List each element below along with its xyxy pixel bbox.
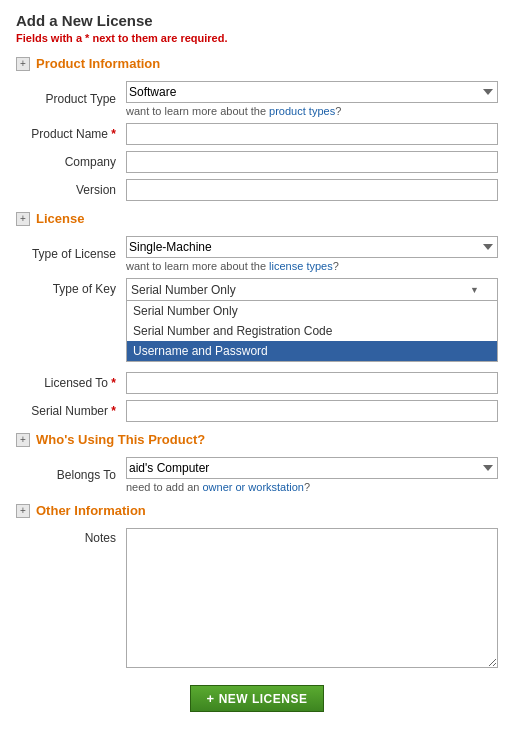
other-information-section: + Other Information Notes xyxy=(16,503,498,671)
other-section-title: Other Information xyxy=(36,503,146,518)
key-option-serial-only[interactable]: Serial Number Only xyxy=(127,301,497,321)
product-type-select[interactable]: Software Hardware Other xyxy=(126,81,498,103)
new-license-button[interactable]: + NEW LICENSE xyxy=(190,685,325,712)
who-using-section-header[interactable]: + Who's Using This Product? xyxy=(16,432,498,447)
license-section: + License Type of License Single-Machine… xyxy=(16,211,498,422)
company-row: Company xyxy=(16,151,498,173)
product-type-input-wrap: Software Hardware Other want to learn mo… xyxy=(126,81,498,117)
new-license-plus: + xyxy=(207,691,215,706)
type-of-license-label: Type of License xyxy=(16,247,126,261)
product-types-link[interactable]: product types xyxy=(269,105,335,117)
licensed-to-input-wrap xyxy=(126,372,498,394)
licensed-to-label: Licensed To * xyxy=(16,376,126,390)
product-name-row: Product Name * xyxy=(16,123,498,145)
company-input-wrap xyxy=(126,151,498,173)
type-of-key-input-wrap: Serial Number Only ▼ Serial Number Only … xyxy=(126,278,498,300)
type-of-key-dropdown-wrap[interactable]: Serial Number Only ▼ Serial Number Only … xyxy=(126,278,498,300)
license-section-header[interactable]: + License xyxy=(16,211,498,226)
license-types-link[interactable]: license types xyxy=(269,260,333,272)
company-label: Company xyxy=(16,155,126,169)
type-of-key-current: Serial Number Only xyxy=(131,283,236,297)
version-input-wrap xyxy=(126,179,498,201)
type-of-key-label: Type of Key xyxy=(16,282,126,296)
licensed-to-input[interactable] xyxy=(126,372,498,394)
version-label: Version xyxy=(16,183,126,197)
product-name-label: Product Name * xyxy=(16,127,126,141)
notes-label: Notes xyxy=(16,528,126,545)
license-expand-icon[interactable]: + xyxy=(16,212,30,226)
belongs-to-select[interactable]: aid's Computer xyxy=(126,457,498,479)
required-note: Fields with a * next to them are require… xyxy=(16,32,498,44)
license-section-title: License xyxy=(36,211,84,226)
submit-wrap: + NEW LICENSE xyxy=(16,685,498,728)
serial-number-input-wrap xyxy=(126,400,498,422)
serial-number-label: Serial Number * xyxy=(16,404,126,418)
product-type-label: Product Type xyxy=(16,92,126,106)
version-input[interactable] xyxy=(126,179,498,201)
required-note-text1: Fields with a xyxy=(16,32,85,44)
notes-row: Notes xyxy=(16,528,498,671)
serial-number-row: Serial Number * xyxy=(16,400,498,422)
product-expand-icon[interactable]: + xyxy=(16,57,30,71)
owner-workstation-link[interactable]: owner or workstation xyxy=(202,481,304,493)
type-of-key-display[interactable]: Serial Number Only ▼ xyxy=(126,278,498,300)
type-of-license-select[interactable]: Single-Machine Multi-Machine Concurrent … xyxy=(126,236,498,258)
serial-number-input[interactable] xyxy=(126,400,498,422)
product-type-hint: want to learn more about the product typ… xyxy=(126,105,498,117)
product-name-input[interactable] xyxy=(126,123,498,145)
key-option-serial-reg[interactable]: Serial Number and Registration Code xyxy=(127,321,497,341)
product-information-section: + Product Information Product Type Softw… xyxy=(16,56,498,201)
new-license-label: NEW LICENSE xyxy=(219,692,308,706)
version-row: Version xyxy=(16,179,498,201)
company-input[interactable] xyxy=(126,151,498,173)
belongs-to-row: Belongs To aid's Computer need to add an… xyxy=(16,457,498,493)
who-using-expand-icon[interactable]: + xyxy=(16,433,30,447)
belongs-to-input-wrap: aid's Computer need to add an owner or w… xyxy=(126,457,498,493)
page-title: Add a New License xyxy=(16,12,498,29)
license-type-hint: want to learn more about the license typ… xyxy=(126,260,498,272)
notes-input-wrap xyxy=(126,528,498,671)
other-expand-icon[interactable]: + xyxy=(16,504,30,518)
who-using-section-title: Who's Using This Product? xyxy=(36,432,205,447)
who-using-section: + Who's Using This Product? Belongs To a… xyxy=(16,432,498,493)
product-name-input-wrap xyxy=(126,123,498,145)
type-of-key-dropdown-list: Serial Number Only Serial Number and Reg… xyxy=(126,300,498,362)
key-option-username-password[interactable]: Username and Password xyxy=(127,341,497,361)
type-of-license-row: Type of License Single-Machine Multi-Mac… xyxy=(16,236,498,272)
notes-textarea[interactable] xyxy=(126,528,498,668)
required-note-text2: next to them are required. xyxy=(89,32,227,44)
product-section-header[interactable]: + Product Information xyxy=(16,56,498,71)
type-of-key-row: Type of Key Serial Number Only ▼ Serial … xyxy=(16,278,498,300)
product-type-row: Product Type Software Hardware Other wan… xyxy=(16,81,498,117)
belongs-to-label: Belongs To xyxy=(16,468,126,482)
other-section-header[interactable]: + Other Information xyxy=(16,503,498,518)
belongs-to-hint: need to add an owner or workstation? xyxy=(126,481,498,493)
product-section-title: Product Information xyxy=(36,56,160,71)
dropdown-arrow-icon: ▼ xyxy=(470,285,479,295)
licensed-to-row: Licensed To * xyxy=(16,372,498,394)
type-of-license-input-wrap: Single-Machine Multi-Machine Concurrent … xyxy=(126,236,498,272)
